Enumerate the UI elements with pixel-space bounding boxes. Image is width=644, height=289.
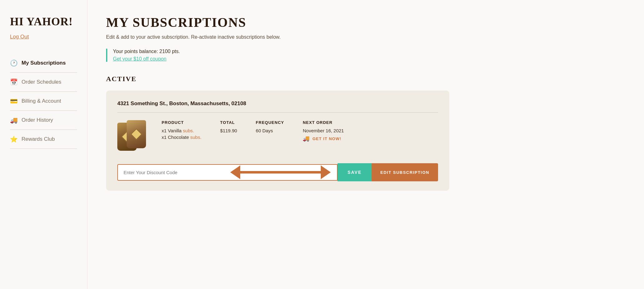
sidebar-nav: 🕐 My Subscriptions 📅 Order Schedules 💳 B… xyxy=(10,54,77,149)
truck-icon: 🚚 xyxy=(10,116,18,124)
sidebar-item-label: My Subscriptions xyxy=(22,60,66,66)
get-it-now-label: GET IT NOW! xyxy=(312,136,341,141)
subscription-body: PRODUCT x1 Vanilla subs. x1 Chocolate su… xyxy=(117,120,438,154)
sidebar-item-label: Order Schedules xyxy=(22,79,61,85)
main-content: MY SUBSCRIPTIONS Edit & add to your acti… xyxy=(87,0,644,289)
frequency-col-header: FREQUENCY xyxy=(256,120,284,125)
star-icon: ⭐ xyxy=(10,135,18,143)
total-value: $119.90 xyxy=(220,128,237,133)
delivery-truck-icon: 🚚 xyxy=(303,135,310,142)
bag-front xyxy=(127,120,146,148)
page-title: MY SUBSCRIPTIONS xyxy=(106,15,625,30)
discount-input-wrap xyxy=(117,164,338,181)
sidebar-item-my-subscriptions[interactable]: 🕐 My Subscriptions xyxy=(10,54,77,73)
frequency-column: FREQUENCY 60 Days xyxy=(256,120,284,133)
total-col-header: TOTAL xyxy=(220,120,237,125)
next-order-column: NEXT ORDER November 16, 2021 🚚 GET IT NO… xyxy=(303,120,353,142)
active-section-label: ACTIVE xyxy=(106,75,625,83)
credit-card-icon: 💳 xyxy=(10,97,18,105)
subscription-address: 4321 Something St., Boston, Massachusett… xyxy=(117,100,438,113)
page-subtitle: Edit & add to your active subscription. … xyxy=(106,34,625,40)
discount-row: SAVE EDIT SUBSCRIPTION xyxy=(117,163,438,181)
sidebar-item-billing-account[interactable]: 💳 Billing & Account xyxy=(10,92,77,111)
sidebar-item-rewards-club[interactable]: ⭐ Rewards Club xyxy=(10,130,77,149)
product-column: PRODUCT x1 Vanilla subs. x1 Chocolate su… xyxy=(162,120,202,141)
product-vanilla: x1 Vanilla subs. xyxy=(162,128,202,133)
sub-columns: PRODUCT x1 Vanilla subs. x1 Chocolate su… xyxy=(162,120,438,142)
arrow-decoration xyxy=(230,165,331,179)
save-button[interactable]: SAVE xyxy=(338,163,372,181)
product-image xyxy=(117,120,152,154)
sidebar: HI YAHOR! Log Out 🕐 My Subscriptions 📅 O… xyxy=(0,0,87,289)
sidebar-item-label: Order History xyxy=(22,117,53,123)
sidebar-item-order-schedules[interactable]: 📅 Order Schedules xyxy=(10,73,77,92)
points-block: Your points balance: 2100 pts. Get your … xyxy=(106,49,625,62)
calendar-icon: 📅 xyxy=(10,78,18,86)
points-balance: Your points balance: 2100 pts. xyxy=(113,49,625,54)
get-it-now-button[interactable]: 🚚 GET IT NOW! xyxy=(303,135,353,142)
total-column: TOTAL $119.90 xyxy=(220,120,237,133)
logout-link[interactable]: Log Out xyxy=(10,34,29,40)
sidebar-item-label: Rewards Club xyxy=(22,136,55,142)
sidebar-item-label: Billing & Account xyxy=(22,98,61,104)
next-order-col-header: NEXT ORDER xyxy=(303,120,353,125)
frequency-value: 60 Days xyxy=(256,128,284,133)
product-line1: x1 Vanilla subs. x1 Chocolate subs. xyxy=(162,128,202,140)
arrow-head xyxy=(321,165,331,179)
product-col-header: PRODUCT xyxy=(162,120,202,125)
next-order-date: November 16, 2021 xyxy=(303,128,353,133)
product-chocolate: x1 Chocolate subs. xyxy=(162,135,202,140)
subscription-card: 4321 Something St., Boston, Massachusett… xyxy=(106,91,449,191)
arrow-line xyxy=(240,171,321,174)
arrow-tail xyxy=(230,165,240,179)
subscriptions-icon: 🕐 xyxy=(10,59,18,67)
sidebar-item-order-history[interactable]: 🚚 Order History xyxy=(10,111,77,130)
greeting: HI YAHOR! xyxy=(10,15,77,28)
coupon-link[interactable]: Get your $10 off coupon xyxy=(113,56,166,61)
bag-diamond-front xyxy=(131,129,142,140)
edit-subscription-button[interactable]: EDIT SUBSCRIPTION xyxy=(372,163,438,181)
